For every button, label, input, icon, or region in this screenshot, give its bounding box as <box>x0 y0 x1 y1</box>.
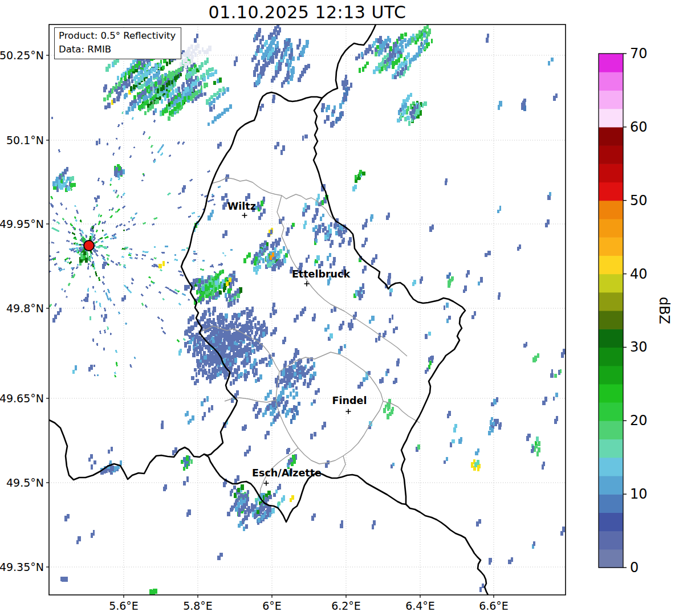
colorbar-tick-label: 70 <box>630 46 648 62</box>
city-label: Ettelbruck <box>292 268 351 280</box>
y-tick-label: 49.95°N <box>0 218 44 230</box>
colorbar-segment <box>599 329 623 348</box>
x-tick-label: 5.6°E <box>109 599 139 612</box>
country-border-line <box>181 92 465 522</box>
y-tick-label: 49.35°N <box>0 561 44 573</box>
colorbar-segment <box>599 219 623 238</box>
colorbar-segment <box>599 72 623 91</box>
city-label: Esch/Alzette <box>252 467 322 479</box>
country-border-line <box>406 504 488 595</box>
y-tick-label: 49.65°N <box>0 392 44 405</box>
grid-lines <box>49 25 566 595</box>
colorbar-tick-label: 30 <box>630 339 648 355</box>
district-border-line <box>339 456 345 476</box>
colorbar-segment <box>599 90 623 109</box>
country-border-line <box>49 420 204 480</box>
radar-site-marker <box>84 240 94 251</box>
colorbar-tick-label: 50 <box>630 193 648 209</box>
colorbar-segment <box>599 439 623 458</box>
colorbar-segment <box>599 494 623 513</box>
colorbar-segment <box>599 237 623 256</box>
colorbar-segment <box>599 347 623 366</box>
colorbar-segment <box>599 127 623 146</box>
city-marker <box>264 481 269 486</box>
colorbar-segment <box>599 531 623 550</box>
colorbar-tick-label: 20 <box>630 413 648 429</box>
colorbar-segment <box>599 512 623 531</box>
colorbar-segment <box>599 54 623 72</box>
colorbar-segment <box>599 476 623 495</box>
colorbar-segment <box>599 145 623 164</box>
colorbar-segment <box>599 421 623 439</box>
district-border-line <box>212 178 334 219</box>
y-tick-label: 49.5°N <box>6 476 44 489</box>
plot-frame <box>49 25 566 595</box>
colorbar-tick-label: 40 <box>630 266 648 282</box>
x-tick-label: 6.2°E <box>331 599 361 612</box>
colorbar-segment <box>599 458 623 476</box>
radar-map-canvas: WiltzEttelbruckFindelEsch/Alzette5.6°E5.… <box>0 0 675 616</box>
colorbar-segment <box>599 182 623 201</box>
colorbar-segment <box>599 549 623 568</box>
colorbar-segment <box>599 366 623 385</box>
colorbar: 010203040506070dBZ <box>599 46 672 576</box>
colorbar-segment <box>599 201 623 219</box>
colorbar-segment <box>599 402 623 421</box>
x-tick-label: 6.6°E <box>479 599 509 612</box>
y-tick-label: 49.8°N <box>6 302 44 315</box>
colorbar-axis-label: dBZ <box>656 297 672 324</box>
y-tick-label: 50.25°N <box>0 49 44 62</box>
y-tick-label: 50.1°N <box>6 134 44 146</box>
data-source-label: Data: RMIB <box>59 43 176 56</box>
x-tick-label: 6.4°E <box>405 599 435 612</box>
x-tick-label: 5.8°E <box>183 599 213 612</box>
colorbar-segment <box>599 311 623 329</box>
radar-app-window: 01.10.2025 12:13 UTC Product: 0.5° Refle… <box>0 0 675 616</box>
colorbar-segment <box>599 384 623 403</box>
axis-ticks: 5.6°E5.8°E6°E6.2°E6.4°E6.6°E50.25°N50.1°… <box>0 49 509 613</box>
city-label: Findel <box>332 395 367 406</box>
x-tick-label: 6°E <box>262 599 282 612</box>
city-label: Wiltz <box>227 201 256 212</box>
colorbar-segment <box>599 274 623 293</box>
colorbar-segment <box>599 164 623 182</box>
colorbar-segment <box>599 292 623 311</box>
city-marker <box>242 213 247 218</box>
product-info-box: Product: 0.5° Reflectivity Data: RMIB <box>54 27 181 59</box>
colorbar-segment <box>599 109 623 128</box>
radar-echo-layer <box>0 21 566 596</box>
colorbar-tick-label: 0 <box>630 560 639 576</box>
city-marker <box>346 409 351 414</box>
colorbar-tick-label: 60 <box>630 119 648 135</box>
colorbar-tick-label: 10 <box>630 486 648 502</box>
colorbar-segment <box>599 255 623 274</box>
product-label: Product: 0.5° Reflectivity <box>59 29 176 43</box>
